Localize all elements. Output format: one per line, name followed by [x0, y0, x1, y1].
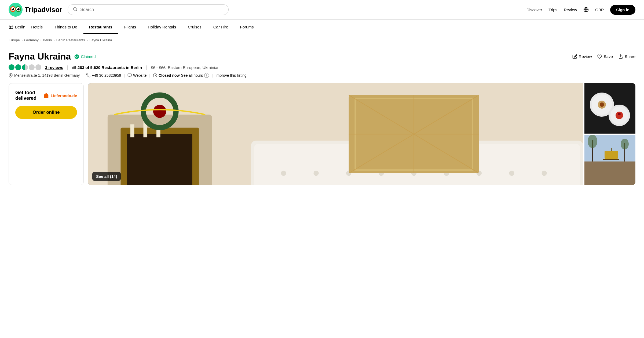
address-item: Menzelstraße 1, 14193 Berlin Germany [9, 73, 80, 78]
side-photos [584, 83, 635, 185]
svg-rect-14 [9, 25, 13, 29]
main-content: Fayna Ukraina Claimed Review Save Share [0, 46, 644, 190]
svg-point-83 [600, 102, 604, 107]
star-5 [35, 64, 41, 70]
location-label: Berlin [15, 25, 25, 29]
svg-rect-17 [128, 74, 131, 76]
subnav-flights[interactable]: Flights [118, 20, 142, 34]
address-text: Menzelstraße 1, 14193 Berlin Germany [14, 73, 80, 78]
title-left: Fayna Ukraina Claimed [9, 51, 96, 62]
phone-number[interactable]: +49 30 25323959 [92, 73, 121, 78]
search-bar[interactable] [68, 4, 229, 15]
svg-rect-90 [584, 161, 635, 185]
svg-point-5 [12, 8, 13, 9]
search-input[interactable] [80, 7, 224, 12]
svg-point-47 [542, 171, 547, 176]
breadcrumb-berlin[interactable]: Berlin [43, 38, 52, 42]
star-2 [15, 64, 21, 70]
save-button[interactable]: Save [597, 54, 613, 59]
logo[interactable]: Tripadvisor [9, 3, 62, 17]
search-icon [73, 7, 78, 13]
delivery-title: Get food delivered [15, 90, 43, 101]
breadcrumb-europe[interactable]: Europe [9, 38, 20, 42]
breadcrumb-current: Fayna Ukraina [89, 38, 112, 42]
subnav-cruises[interactable]: Cruises [182, 20, 207, 34]
logo-text: Tripadvisor [25, 6, 62, 14]
reviews-count[interactable]: 3 reviews [45, 65, 63, 70]
breadcrumb-germany[interactable]: Germany [24, 38, 38, 42]
hours-item: Closed now See all hours i [153, 73, 209, 78]
star-rating [9, 64, 41, 70]
subnav-things-to-do[interactable]: Things to Do [49, 20, 83, 34]
header-nav: Discover Trips Review GBP Sign in [526, 5, 635, 15]
status-text: Closed now [159, 73, 180, 78]
main-photo[interactable]: See all (14) [88, 83, 583, 185]
see-all-hours[interactable]: See all hours [181, 73, 203, 78]
star-4 [29, 64, 35, 70]
claimed-text: Claimed [81, 54, 96, 59]
svg-point-9 [74, 8, 76, 10]
svg-point-4 [17, 8, 20, 10]
header: Tripadvisor Discover Trips Review GBP Si… [0, 0, 644, 20]
delivery-card: Get food delivered Lieferando.de Order o… [9, 83, 84, 185]
subnav-restaurants[interactable]: Restaurants [83, 20, 118, 34]
subnav-holiday-rentals[interactable]: Holiday Rentals [142, 20, 182, 34]
svg-point-6 [17, 8, 18, 9]
svg-point-94 [621, 139, 629, 149]
nav-discover[interactable]: Discover [526, 8, 542, 12]
svg-point-16 [10, 75, 11, 76]
currency-selector[interactable]: GBP [595, 8, 604, 12]
svg-rect-97 [603, 159, 619, 160]
svg-rect-95 [605, 151, 618, 159]
lieferando-logo: Lieferando.de [43, 93, 77, 98]
delivery-header: Get food delivered Lieferando.de [15, 90, 77, 101]
order-online-button[interactable]: Order online [15, 106, 77, 119]
nav-review[interactable]: Review [564, 8, 577, 12]
side-photo-food[interactable] [584, 83, 635, 134]
restaurant-name: Fayna Ukraina [9, 51, 71, 62]
subnav-hotels[interactable]: Hotels [25, 20, 49, 34]
title-row: Fayna Ukraina Claimed Review Save Share [9, 51, 635, 62]
info-row: Menzelstraße 1, 14193 Berlin Germany | +… [9, 73, 635, 78]
svg-point-39 [281, 171, 286, 176]
title-actions: Review Save Share [572, 54, 635, 59]
phone-item: +49 30 25323959 [86, 73, 121, 78]
svg-rect-51 [130, 124, 134, 138]
svg-point-46 [509, 171, 514, 176]
share-button[interactable]: Share [618, 54, 635, 59]
sign-in-button[interactable]: Sign in [610, 5, 635, 15]
lieferando-text: Lieferando.de [51, 93, 77, 98]
breadcrumb-berlin-restaurants[interactable]: Berlin Restaurants [56, 38, 85, 42]
star-1 [9, 64, 14, 70]
review-button[interactable]: Review [572, 54, 592, 59]
rating-row: 3 reviews | #5,283 of 5,620 Restaurants … [9, 64, 635, 70]
globe-button[interactable] [583, 7, 589, 12]
improve-listing-link[interactable]: Improve this listing [215, 73, 247, 78]
see-all-photos[interactable]: See all (14) [92, 172, 121, 181]
side-photo-exterior[interactable] [584, 135, 635, 185]
pricing-categories: ££ - £££, Eastern European, Ukrainian [151, 65, 219, 70]
star-3 [22, 64, 28, 70]
subnav-forums[interactable]: Forums [234, 20, 260, 34]
svg-point-87 [618, 113, 621, 115]
subnav-car-hire[interactable]: Car Hire [207, 20, 234, 34]
svg-rect-50 [127, 134, 192, 185]
main-photo-inner [88, 83, 583, 185]
svg-point-92 [588, 135, 597, 148]
breadcrumb: Europe › Germany › Berlin › Berlin Resta… [0, 34, 644, 46]
nav-trips[interactable]: Trips [548, 8, 557, 12]
location-selector[interactable]: Berlin [9, 20, 25, 34]
svg-point-3 [12, 8, 14, 10]
svg-point-55 [153, 105, 166, 118]
website-item[interactable]: Website [127, 73, 147, 78]
content-grid: Get food delivered Lieferando.de Order o… [9, 83, 635, 185]
sub-nav: Berlin Hotels Things to Do Restaurants F… [0, 20, 644, 34]
claimed-badge: Claimed [74, 54, 96, 59]
svg-point-40 [313, 171, 319, 176]
ranking: #5,283 of 5,620 Restaurants in Berlin [72, 65, 142, 70]
svg-line-10 [76, 10, 77, 11]
info-icon[interactable]: i [204, 73, 209, 78]
website-link[interactable]: Website [133, 73, 147, 78]
photo-area: See all (14) [88, 83, 635, 185]
